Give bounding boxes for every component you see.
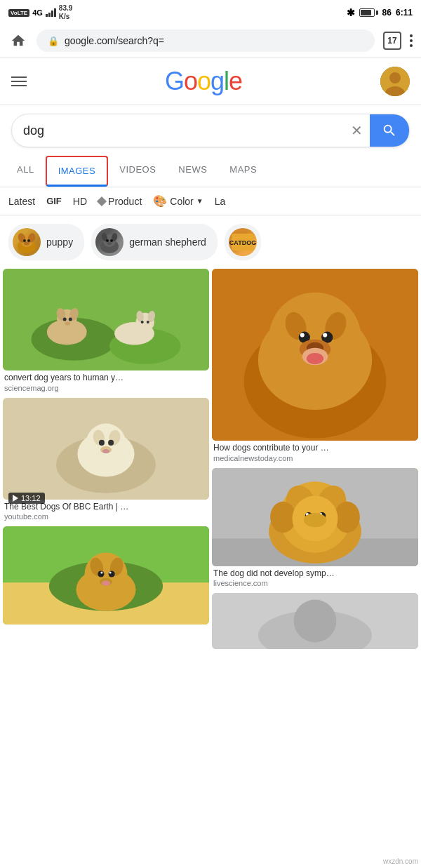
avatar[interactable] <box>380 67 410 96</box>
svg-point-86 <box>304 513 326 527</box>
svg-point-9 <box>24 242 29 246</box>
tab-images[interactable]: IMAGES <box>46 156 109 187</box>
svg-point-15 <box>110 239 113 242</box>
image-column-left: convert dog years to human y… sciencemag… <box>3 269 209 649</box>
logo-o1: o <box>184 67 197 95</box>
svg-point-71 <box>307 353 323 364</box>
svg-point-66 <box>300 333 305 338</box>
image-6-photo <box>212 593 418 649</box>
video-duration-badge: 13:12 <box>8 493 45 504</box>
svg-point-61 <box>269 293 361 385</box>
google-logo: Google <box>165 67 242 96</box>
logo-g2: g <box>210 67 224 95</box>
browser-bar: 🔒 google.com/search?q= 17 <box>0 24 421 58</box>
svg-point-52 <box>98 571 104 577</box>
svg-point-16 <box>107 242 112 245</box>
image-card-5[interactable] <box>3 526 209 625</box>
svg-rect-19 <box>3 269 209 370</box>
image-card-3[interactable]: 13:12 The Best Dogs Of BBC Earth | … you… <box>3 398 209 524</box>
search-box[interactable]: dog ✕ <box>11 114 410 147</box>
filter-color[interactable]: 🎨 Color ▼ <box>153 194 203 208</box>
clear-search-button[interactable]: ✕ <box>351 122 363 139</box>
suggestion-puppy[interactable]: puppy <box>8 224 84 260</box>
image-column-right: How dogs contribute to your … medicalnew… <box>212 269 418 649</box>
clock: 6:11 <box>396 8 413 18</box>
video-time: 13:12 <box>21 494 41 502</box>
filter-latest-label: Latest <box>8 196 35 207</box>
network-speed: 83.9K/s <box>59 4 72 21</box>
image-card-4[interactable]: The dog did not develop symp… livescienc… <box>212 468 418 591</box>
filter-bar: Latest GIF HD Product 🎨 Color ▼ La <box>0 187 421 215</box>
tab-all[interactable]: ALL <box>6 156 46 187</box>
suggestion-puppy-thumb <box>13 228 41 256</box>
image-card-1[interactable]: convert dog years to human y… sciencemag… <box>3 269 209 395</box>
suggestion-catdog-thumb: CATDOG <box>229 228 257 256</box>
diamond-icon <box>97 196 107 206</box>
svg-point-1 <box>389 72 401 84</box>
image-1-photo <box>3 269 209 370</box>
image-2-caption: How dogs contribute to your … <box>212 443 418 454</box>
image-4-caption: The dog did not develop symp… <box>212 568 418 580</box>
status-bar: VoLTE 4G 83.9K/s ✱ 86 6:11 <box>0 0 421 24</box>
image-1-caption: convert dog years to human y… <box>3 373 209 384</box>
filter-gif[interactable]: GIF <box>46 196 62 206</box>
tab-count-button[interactable]: 17 <box>383 32 401 50</box>
nav-tabs: ALL IMAGES VIDEOS NEWS MAPS <box>0 156 421 187</box>
filter-la-label: La <box>215 196 226 207</box>
svg-point-26 <box>63 317 67 321</box>
svg-point-56 <box>100 572 102 574</box>
image-card-6[interactable] <box>212 593 418 649</box>
filter-product[interactable]: Product <box>98 196 142 207</box>
search-box-area: dog ✕ <box>0 105 421 156</box>
status-right: ✱ 86 6:11 <box>347 7 413 18</box>
svg-point-67 <box>323 333 327 338</box>
svg-text:CATDOG: CATDOG <box>229 239 256 246</box>
filter-hd-label: HD <box>73 196 87 207</box>
image-grid: convert dog years to human y… sciencemag… <box>0 269 421 649</box>
svg-point-28 <box>65 322 70 326</box>
filter-latest[interactable]: Latest <box>8 196 35 207</box>
url-bar[interactable]: 🔒 google.com/search?q= <box>36 29 375 52</box>
image-2-source: medicalnewstoday.com <box>212 454 418 462</box>
filter-product-label: Product <box>108 196 142 207</box>
signal-bars <box>46 8 56 17</box>
filter-la[interactable]: La <box>215 196 226 207</box>
logo-g1: G <box>165 67 184 95</box>
chevron-down-icon: ▼ <box>196 197 203 205</box>
volte-badge: VoLTE <box>8 9 29 17</box>
image-card-2[interactable]: How dogs contribute to your … medicalnew… <box>212 269 418 465</box>
svg-point-33 <box>141 321 144 323</box>
svg-point-55 <box>102 581 110 586</box>
svg-point-27 <box>69 317 72 321</box>
image-3-source: youtube.com <box>3 512 209 521</box>
signal-4g: 4G <box>32 8 43 17</box>
search-button[interactable] <box>370 114 409 147</box>
filter-hd[interactable]: HD <box>73 196 87 207</box>
image-3-photo <box>3 398 209 500</box>
filter-gif-label: GIF <box>46 196 62 206</box>
svg-point-7 <box>23 239 26 242</box>
tab-maps[interactable]: MAPS <box>218 156 268 187</box>
image-4-photo <box>212 468 418 566</box>
logo-l: l <box>224 67 229 95</box>
svg-point-8 <box>27 239 30 242</box>
svg-point-34 <box>147 321 149 323</box>
google-header: Google <box>0 58 421 105</box>
svg-point-41 <box>99 439 105 445</box>
hamburger-menu[interactable] <box>11 76 27 86</box>
browser-menu-button[interactable] <box>410 34 413 47</box>
suggestion-puppy-label: puppy <box>46 236 73 248</box>
home-button[interactable] <box>8 31 28 51</box>
svg-point-38 <box>86 423 126 463</box>
suggestion-shepherd-thumb <box>95 228 123 256</box>
tab-news[interactable]: NEWS <box>167 156 218 187</box>
suggestion-catdog[interactable]: CATDOG <box>225 224 261 260</box>
svg-point-78 <box>270 501 295 533</box>
filter-color-label: Color <box>170 196 193 207</box>
search-query-text: dog <box>23 123 344 138</box>
tab-videos[interactable]: VIDEOS <box>108 156 167 187</box>
svg-point-14 <box>106 239 109 242</box>
image-4-source: livescience.com <box>212 579 418 587</box>
suggestion-shepherd[interactable]: german shepherd <box>91 224 218 260</box>
lock-icon: 🔒 <box>48 36 59 46</box>
